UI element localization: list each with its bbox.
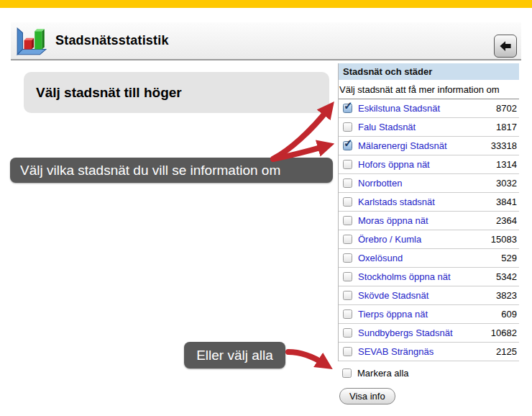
network-checkbox[interactable] xyxy=(343,141,352,150)
network-value: 2125 xyxy=(496,346,519,357)
network-row: Karlstads stadsnät3841 xyxy=(339,193,519,212)
panel-subtitle: Välj stadsnät att få mer information om xyxy=(339,80,519,99)
network-checkbox[interactable] xyxy=(343,235,352,244)
network-value: 1314 xyxy=(496,159,519,170)
instruction-text: Välj stadsnät till höger xyxy=(36,85,182,101)
network-link[interactable]: Karlstads stadsnät xyxy=(358,196,435,207)
network-link[interactable]: Oxelösund xyxy=(358,253,403,263)
instruction-box: Välj stadsnät till höger xyxy=(24,72,329,113)
network-link[interactable]: Mälarenergi Stadsnät xyxy=(358,140,447,151)
network-checkbox[interactable] xyxy=(343,104,352,113)
network-checkbox[interactable] xyxy=(343,216,352,225)
network-row: Hofors öppna nät1314 xyxy=(339,155,519,174)
network-value: 10682 xyxy=(491,327,519,338)
network-checkbox[interactable] xyxy=(343,272,352,281)
network-value: 8702 xyxy=(496,103,519,114)
network-checkbox[interactable] xyxy=(343,197,352,207)
network-checkbox[interactable] xyxy=(343,122,352,132)
bar-chart-icon xyxy=(15,24,48,58)
network-row: Sundbybergs Stadsnät10682 xyxy=(339,324,519,343)
network-list: Eskilstuna Stadsnät8702Falu Stadsnät1817… xyxy=(339,99,519,361)
network-link[interactable]: Örebro / Kumla xyxy=(358,234,421,245)
select-all-row: Markera alla xyxy=(338,366,519,379)
back-button[interactable] xyxy=(494,35,517,58)
network-link[interactable]: Sundbybergs Stadsnät xyxy=(358,327,453,338)
tooltip-select-all: Eller välj alla xyxy=(184,342,285,368)
network-link[interactable]: Moras öppna nät xyxy=(358,215,428,226)
network-link[interactable]: Eskilstuna Stadsnät xyxy=(358,103,440,114)
select-all-checkbox[interactable] xyxy=(342,368,352,378)
network-row: Mälarenergi Stadsnät33318 xyxy=(339,137,519,155)
networks-panel: Stadsnät och städer Välj stadsnät att få… xyxy=(338,63,519,404)
network-value: 33318 xyxy=(491,140,519,151)
network-value: 3032 xyxy=(496,178,519,189)
arrow-to-eskilstuna xyxy=(274,109,329,158)
network-row: Oxelösund529 xyxy=(339,249,519,268)
network-checkbox[interactable] xyxy=(343,253,352,263)
network-row: Örebro / Kumla15083 xyxy=(339,230,519,249)
network-link[interactable]: Norrbotten xyxy=(358,178,402,189)
network-checkbox[interactable] xyxy=(343,291,352,300)
network-link[interactable]: Stockholms öppna nät xyxy=(358,271,451,282)
network-checkbox[interactable] xyxy=(343,328,352,338)
network-value: 2364 xyxy=(496,215,519,226)
back-arrow-icon xyxy=(497,38,513,54)
network-link[interactable]: Hofors öppna nät xyxy=(358,159,430,170)
network-link[interactable]: Falu Stadsnät xyxy=(358,122,416,132)
network-checkbox[interactable] xyxy=(343,347,352,356)
network-row: SEVAB Strängnäs2125 xyxy=(339,343,519,361)
select-all-label: Markera alla xyxy=(357,368,409,379)
network-row: Tierps öppna nät609 xyxy=(339,305,519,324)
network-link[interactable]: Tierps öppna nät xyxy=(358,309,428,320)
tooltip-select-networks: Välj vilka stadsnät du vill se informati… xyxy=(10,158,333,183)
network-checkbox[interactable] xyxy=(343,309,352,319)
network-value: 3823 xyxy=(496,290,519,301)
arrow-to-markera-alla xyxy=(288,352,325,364)
network-row: Skövde Stadsnät3823 xyxy=(339,286,519,305)
show-info-button[interactable]: Visa info xyxy=(339,388,395,404)
network-value: 5342 xyxy=(496,271,519,282)
page-title: Stadsnätsstatistik xyxy=(55,33,169,48)
network-value: 15083 xyxy=(491,234,519,245)
network-row: Stockholms öppna nät5342 xyxy=(339,268,519,286)
top-accent-bar xyxy=(0,0,532,8)
network-value: 529 xyxy=(501,253,519,263)
network-link[interactable]: Skövde Stadsnät xyxy=(358,290,428,301)
app-header: Stadsnätsstatistik xyxy=(11,22,521,60)
network-link[interactable]: SEVAB Strängnäs xyxy=(358,346,434,357)
network-checkbox[interactable] xyxy=(343,160,352,169)
network-row: Norrbotten3032 xyxy=(339,174,519,193)
network-checkbox[interactable] xyxy=(343,178,352,188)
network-row: Falu Stadsnät1817 xyxy=(339,118,519,137)
network-value: 1817 xyxy=(496,122,519,132)
network-row: Moras öppna nät2364 xyxy=(339,212,519,230)
panel-title: Stadsnät och städer xyxy=(339,63,519,80)
network-row: Eskilstuna Stadsnät8702 xyxy=(339,99,519,118)
network-value: 3841 xyxy=(496,196,519,207)
network-value: 609 xyxy=(501,309,519,320)
